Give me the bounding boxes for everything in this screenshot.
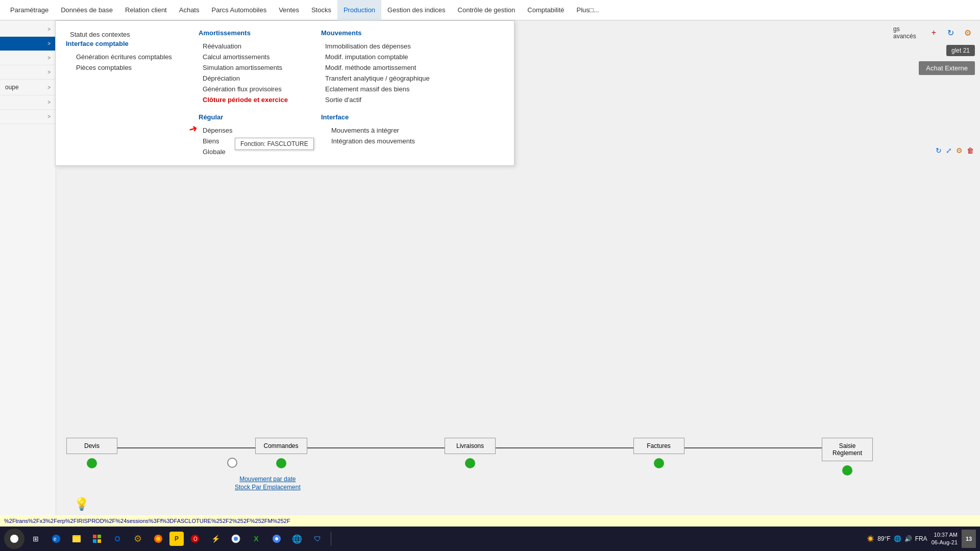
mega-col-mouvements: Mouvements Immobilisation des dépenses M…: [321, 29, 454, 157]
factures-box[interactable]: Factures: [633, 438, 684, 454]
menu-stocks[interactable]: Stocks: [305, 0, 337, 20]
tooltip-box: Fonction: FASCLOTURE: [235, 138, 314, 150]
menu-production[interactable]: Production: [337, 0, 381, 20]
edge-btn[interactable]: e: [47, 530, 65, 548]
network-icon: 🌐: [894, 535, 901, 542]
menu-relation[interactable]: Relation client: [119, 0, 173, 20]
saisie-box[interactable]: Saisie Règlement: [822, 438, 873, 461]
svg-text:e: e: [54, 536, 57, 542]
livraisons-box[interactable]: Livraisons: [445, 438, 496, 454]
mouvements-header[interactable]: Mouvements: [321, 29, 454, 37]
taskbar: ⊞ e O ⚙ P O ⚡ X 🌐 🛡 ☀️ 89°F 🌐 🔊 FRA 10:3…: [0, 527, 980, 551]
sidebar-item-4[interactable]: >: [0, 65, 56, 80]
sidebar-item-6[interactable]: >: [0, 95, 56, 110]
opera-icon: O: [190, 534, 200, 544]
menu-plus[interactable]: Plus□...: [571, 0, 605, 20]
svg-rect-4: [72, 537, 81, 542]
immobilisation-item[interactable]: Immobilisation des dépenses: [321, 41, 454, 52]
start-button[interactable]: [4, 529, 24, 549]
mouvements-integrer-item[interactable]: Mouvements à intégrer: [321, 125, 454, 136]
sidebar-item-3[interactable]: >: [0, 51, 56, 65]
refresh-icon-btn[interactable]: ↻: [944, 26, 958, 40]
temperature-display: 89°F: [877, 535, 890, 542]
simulation-amortissements-item[interactable]: Simulation amortissements: [199, 62, 301, 73]
mini-settings-icon[interactable]: ⚙: [955, 145, 964, 156]
devis-dot: [87, 458, 97, 468]
menu-ventes[interactable]: Ventes: [273, 0, 305, 20]
sidebar-item-1[interactable]: >: [0, 22, 56, 37]
store-btn[interactable]: [88, 530, 106, 548]
cloture-periode-item[interactable]: Clôture période et exercice: [199, 94, 301, 105]
svg-text:O: O: [193, 536, 198, 542]
mouvement-par-date-link[interactable]: Mouvement par date: [239, 475, 296, 483]
menu-parcs[interactable]: Parcs Automobiles: [205, 0, 273, 20]
commandes-dot: [276, 458, 286, 468]
outlook-btn[interactable]: O: [108, 530, 127, 548]
eclatement-item[interactable]: Eclatement massif des biens: [321, 84, 454, 94]
chevron-icon-1: >: [47, 27, 51, 32]
yellow-app-btn[interactable]: P: [169, 532, 184, 546]
flow-empty-dot: [227, 458, 237, 468]
taskview-btn[interactable]: ⊞: [27, 530, 45, 548]
flow-node-factures: Factures: [633, 438, 684, 468]
opera-btn[interactable]: O: [186, 530, 204, 548]
excel-btn[interactable]: X: [247, 530, 265, 548]
commandes-box[interactable]: Commandes: [255, 438, 307, 454]
menu-bar: Paramétrage Données de base Relation cli…: [0, 0, 980, 20]
settings-icon-btn[interactable]: ⚙: [961, 26, 975, 40]
generation-flux-item[interactable]: Génération flux provisoires: [199, 84, 301, 94]
modif-methode-item[interactable]: Modif. méthode amortissement: [321, 62, 454, 73]
store-icon: [92, 534, 102, 544]
sidebar-item-oupe[interactable]: oupe >: [0, 80, 56, 95]
menu-gestion[interactable]: Gestion des indices: [381, 0, 451, 20]
chrome-btn[interactable]: [227, 530, 245, 548]
depenses-item[interactable]: Dépenses: [199, 125, 301, 136]
lightbulb-icon: 💡: [74, 497, 89, 511]
devis-box[interactable]: Devis: [66, 438, 117, 454]
mini-delete-icon[interactable]: 🗑: [966, 145, 975, 156]
stock-par-emplacement-link[interactable]: Stock Par Emplacement: [235, 484, 301, 491]
chrome2-btn[interactable]: [267, 530, 286, 548]
add-icon-btn[interactable]: +: [927, 26, 941, 40]
chrome-icon: [231, 534, 241, 544]
shield-btn[interactable]: 🛡: [308, 530, 327, 548]
tools-btn[interactable]: ⚙: [129, 530, 147, 548]
transfert-item[interactable]: Transfert analytique / géographique: [321, 73, 454, 84]
achat-externe-btn[interactable]: Achat Externe: [919, 61, 975, 75]
statut-contextes-item[interactable]: Statut des contextes: [66, 29, 178, 40]
depreciation-item[interactable]: Dépréciation: [199, 73, 301, 84]
menu-parametrage[interactable]: Paramétrage: [4, 0, 55, 20]
menu-donnees[interactable]: Données de base: [55, 0, 119, 20]
sys-tray: ☀️ 89°F 🌐 🔊 FRA: [867, 535, 927, 542]
globe-btn[interactable]: 🌐: [288, 530, 306, 548]
integration-mouvements-item[interactable]: Intégration des mouvements: [321, 136, 454, 146]
mini-icons-row: ↻ ⤢ ⚙ 🗑: [935, 145, 975, 156]
generation-ecritures-item[interactable]: Génération écritures comptables: [66, 52, 178, 62]
notification-badge[interactable]: 13: [962, 530, 976, 548]
power-btn[interactable]: ⚡: [206, 530, 225, 548]
interface-header[interactable]: Interface: [321, 113, 454, 121]
sortie-actif-item[interactable]: Sortie d'actif: [321, 94, 454, 105]
right-panel: gs avancés + ↻ ⚙ glet 21 Achat Externe ↻…: [888, 20, 980, 161]
chevron-icon-3: >: [47, 55, 51, 61]
amortissements-header[interactable]: Amortissements: [199, 29, 301, 37]
taskbar-right: ☀️ 89°F 🌐 🔊 FRA 10:37 AM 06-Aug-21 13: [867, 530, 976, 548]
explorer-btn[interactable]: [67, 530, 86, 548]
flow-line-3: [496, 447, 633, 448]
svg-rect-8: [97, 539, 101, 543]
interface-comptable-header[interactable]: Interface comptable: [66, 40, 178, 47]
regularisations-header[interactable]: Régular: [199, 113, 301, 121]
modif-imputation-item[interactable]: Modif. imputation comptable: [321, 52, 454, 62]
sidebar-item-7[interactable]: >: [0, 110, 56, 124]
calcul-amortissements-item[interactable]: Calcul amortissements: [199, 52, 301, 62]
mini-refresh-icon[interactable]: ↻: [935, 145, 943, 156]
badge-tab[interactable]: glet 21: [946, 45, 975, 56]
menu-achats[interactable]: Achats: [173, 0, 206, 20]
menu-controle[interactable]: Contrôle de gestion: [452, 0, 522, 20]
mini-expand-icon[interactable]: ⤢: [945, 145, 953, 156]
reevaluation-item[interactable]: Réévaluation: [199, 41, 301, 52]
firefox-btn[interactable]: [149, 530, 167, 548]
menu-comptabilite[interactable]: Comptabilité: [521, 0, 570, 20]
pieces-comptables-item[interactable]: Pièces comptables: [66, 62, 178, 73]
sidebar-item-2[interactable]: >: [0, 37, 56, 51]
